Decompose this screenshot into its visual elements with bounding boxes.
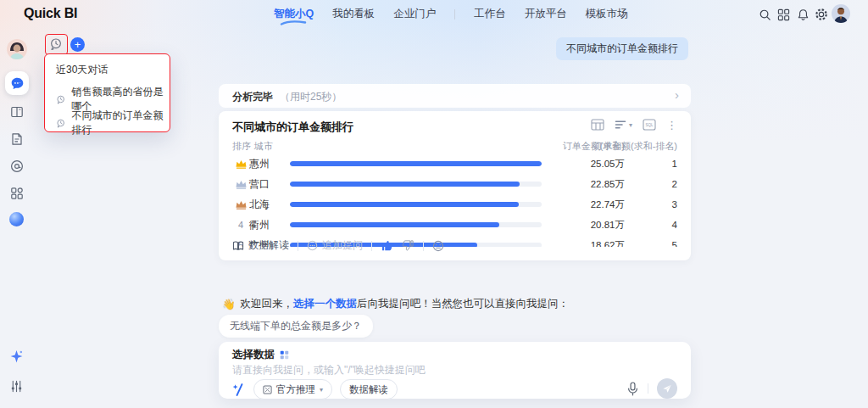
divider — [298, 241, 298, 251]
analysis-duration: （用时25秒） — [280, 90, 342, 104]
search-icon[interactable] — [757, 7, 772, 22]
thumbs-up-icon[interactable] — [381, 239, 393, 252]
chart-toolbar: ▾ SQL ⋮ — [591, 119, 677, 131]
svg-text:SQL: SQL — [645, 123, 654, 127]
bar-track — [290, 202, 542, 207]
table-row: 惠州 25.05万 1 — [232, 154, 677, 174]
amount-value: 20.81万 — [565, 219, 625, 232]
microphone-icon[interactable] — [626, 382, 639, 396]
sidebar-item-datasphere[interactable] — [9, 212, 24, 226]
bar[interactable] — [290, 182, 520, 187]
dashboard-book-icon — [10, 105, 24, 119]
notifications-bell-icon[interactable] — [795, 7, 810, 22]
user-message-bubble: 不同城市的订单金额排行 — [556, 37, 688, 60]
bar-track — [290, 161, 542, 166]
nav-item-template-market[interactable]: 模板市场 — [586, 7, 628, 21]
welcome-after: 后向我提问吧！当然您也可以直接向我提问： — [357, 298, 569, 310]
amount-value: 22.74万 — [565, 198, 625, 211]
sidebar-item-report[interactable] — [10, 132, 24, 146]
bar-track — [290, 222, 542, 227]
settings-gear-icon[interactable] — [814, 7, 829, 22]
city-label: 营口 — [249, 177, 288, 192]
chat-history-icon — [56, 94, 65, 105]
interpret-label: 数据解读 — [248, 238, 289, 253]
nav-divider — [454, 9, 455, 20]
interpret-data-button[interactable]: 数据解读 — [232, 238, 289, 253]
select-dataset-link[interactable]: 选择一个数据 — [293, 298, 357, 310]
follow-up-button[interactable]: 追加提问 — [307, 238, 363, 253]
reasoning-label: 官方推理 — [276, 383, 315, 396]
model-icon — [263, 385, 272, 394]
sidebar-item-mention[interactable] — [10, 159, 24, 173]
composer-input[interactable]: 请直接向我提问，或输入"/"唤起快捷提问吧 — [232, 363, 426, 377]
amount-rank: 3 — [643, 199, 677, 210]
follow-up-label: 追加提问 — [322, 238, 363, 253]
quickbi-logo[interactable]: Quick BI — [24, 6, 77, 21]
rank-crown-bronze-icon — [232, 199, 249, 210]
sidebar-item-apps[interactable] — [10, 187, 24, 200]
chart-rows-viewport: 惠州 25.05万 1 营口 22.85万 2 北海 22.74万 3 4 衢州… — [232, 154, 677, 247]
chat-history-icon — [56, 118, 65, 129]
reasoning-mode-dropdown[interactable]: 官方推理 ▾ — [253, 379, 332, 400]
nav-item-workspace[interactable]: 工作台 — [474, 7, 506, 21]
dataset-selector[interactable]: 选择数据 — [232, 348, 289, 362]
new-chat-plus-button[interactable]: + — [70, 37, 85, 52]
chevron-right-icon[interactable]: › — [675, 87, 679, 102]
rank-crown-gold-icon — [232, 159, 249, 170]
chart-style-dropdown[interactable]: ▾ — [615, 120, 632, 130]
nav-item-portal[interactable]: 企业门户 — [393, 7, 436, 21]
user-avatar[interactable] — [832, 4, 850, 23]
amount-rank: 1 — [643, 159, 677, 169]
interpret-mode-label: 数据解读 — [349, 383, 388, 396]
bar-style-icon — [615, 120, 626, 130]
nav-item-dashboards[interactable]: 我的看板 — [332, 7, 375, 21]
bar[interactable] — [290, 161, 542, 166]
amount-rank: 2 — [643, 179, 677, 189]
thumbs-down-icon[interactable] — [402, 239, 415, 252]
sql-view-icon[interactable]: SQL — [643, 119, 656, 131]
send-button[interactable] — [657, 378, 677, 399]
nav-item-open-platform[interactable]: 开放平台 — [525, 7, 567, 21]
table-view-icon[interactable] — [591, 119, 604, 131]
sparkle-icon — [9, 349, 24, 364]
sidebar-item-ai-chat[interactable] — [5, 71, 29, 95]
more-menu-icon[interactable]: ⋮ — [666, 120, 677, 131]
follow-up-chat-icon — [307, 240, 318, 251]
divider — [423, 241, 424, 251]
analysis-status-bar[interactable]: 分析完毕 （用时25秒） › — [219, 84, 691, 108]
col-city: 城市 — [254, 140, 273, 153]
quick-command-icon[interactable] — [232, 383, 246, 397]
bar[interactable] — [290, 202, 519, 207]
ai-chat-icon — [10, 76, 25, 91]
interpret-mode-button[interactable]: 数据解读 — [340, 379, 398, 400]
history-button[interactable] — [49, 37, 63, 51]
suggested-question-chip[interactable]: 无线端下单的总金额是多少？ — [219, 315, 373, 338]
amount-value: 22.85万 — [565, 178, 625, 191]
divider — [648, 383, 648, 394]
book-icon — [232, 241, 244, 251]
sidebar-profile-avatar[interactable] — [7, 39, 27, 59]
apps-grid-icon[interactable] — [776, 7, 791, 22]
composer-toolbar-left: 官方推理 ▾ 数据解读 — [232, 379, 398, 400]
apps-icon — [10, 187, 24, 200]
divider — [371, 241, 372, 251]
chart-card: 不同城市的订单金额排行 ▾ SQL ⋮ 排序 城市 订单金额(求和) 订单金额(… — [219, 111, 691, 260]
chart-title: 不同城市的订单金额排行 — [232, 120, 353, 135]
chart-footer: 数据解读 追加提问 — [232, 238, 677, 253]
sidebar-item-preferences[interactable] — [10, 380, 23, 393]
mention-at-icon — [10, 159, 24, 173]
history-item-2[interactable]: 不同城市的订单金额排行 — [56, 109, 170, 137]
dataset-label: 选择数据 — [232, 348, 275, 362]
caret-down-icon: ▾ — [320, 386, 323, 394]
report-doc-icon — [10, 132, 24, 146]
history-popup-title: 近30天对话 — [56, 63, 108, 77]
feedback-face-icon[interactable] — [432, 240, 444, 252]
caret-down-icon: ▾ — [629, 121, 632, 129]
table-row: 北海 22.74万 3 — [232, 194, 677, 215]
history-popup: 近30天对话 销售额最高的省份是哪个 不同城市的订单金额排行 — [44, 53, 170, 132]
bar[interactable] — [290, 222, 499, 227]
sidebar-item-dashboard[interactable] — [10, 105, 24, 119]
bar-track — [290, 182, 542, 187]
rank-crown-silver-icon — [232, 179, 249, 190]
sidebar-item-sparkle[interactable] — [9, 349, 24, 364]
